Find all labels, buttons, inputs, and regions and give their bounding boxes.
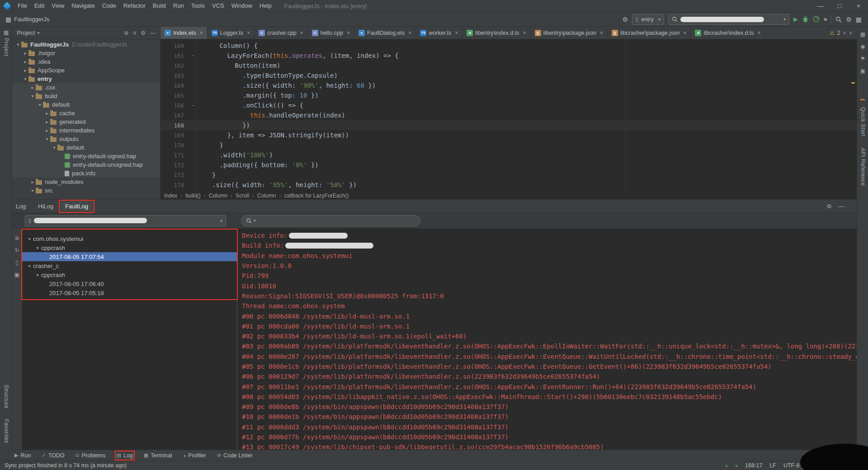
tree-item-faultloggerjs[interactable]: ▾FaultloggerJsD:\code\FaultloggerJs <box>12 40 160 49</box>
code-line[interactable]: 168 }) <box>160 120 857 130</box>
close-icon[interactable]: × <box>455 30 458 36</box>
fault-tree-item-crasher-c[interactable]: ▾crasher_c <box>22 261 237 270</box>
fault-tree-item-cppcrash[interactable]: ▾cppcrash <box>22 270 237 279</box>
editor-tab-libentry-package-json[interactable]: {}libentry\package.json× <box>531 27 608 39</box>
layout-icon[interactable]: ▦ <box>856 16 862 23</box>
device-manager-icon[interactable]: ▦ <box>860 31 865 38</box>
tree-item-outputs[interactable]: ▾outputs <box>12 135 160 143</box>
code-line[interactable]: 173 } <box>160 170 857 180</box>
tree-expand-icon[interactable]: ▸ <box>22 68 28 73</box>
menu-window[interactable]: Window <box>228 0 256 12</box>
tool-button-profiler[interactable]: ◑Profiler <box>183 452 206 459</box>
fault-tree-item-2017-08-05-17-05-18[interactable]: 2017-08-05 17:05:18 <box>22 288 237 297</box>
tree-item-appscope[interactable]: ▸AppScope <box>12 66 160 75</box>
search-everywhere-icon[interactable] <box>835 16 842 23</box>
tree-collapse-icon[interactable]: ▾ <box>34 245 41 250</box>
editor-tab-libentry-index-d-ts[interactable]: dlibentry\index.d.ts× <box>462 27 530 39</box>
prev-warning-icon[interactable]: ∧ <box>843 30 846 35</box>
tree-item-cxx[interactable]: ▸.cxx <box>12 83 160 92</box>
collapse-all-icon[interactable]: ≡ <box>133 30 136 36</box>
editor-tab-crasher-cpp[interactable]: Ccrasher.cpp× <box>255 27 308 39</box>
tree-item-entry[interactable]: ▾entry <box>12 75 160 83</box>
menu-file[interactable]: File <box>14 0 31 12</box>
code-line[interactable]: 164 .size({ width: '90%', height: 60 }) <box>160 80 857 90</box>
code-line[interactable]: 166− .onClick(() => { <box>160 100 857 110</box>
code-line[interactable]: 165 .margin({ top: 10 }) <box>160 90 857 100</box>
warning-stripe-mark[interactable] <box>851 82 855 84</box>
saved-state-icon[interactable]: ▣ <box>860 68 865 74</box>
close-icon[interactable]: × <box>600 30 603 36</box>
code-line[interactable]: 171 .width('100%') <box>160 150 857 160</box>
bookmark-icon[interactable]: ⚑ <box>860 56 865 62</box>
tree-item-default[interactable]: ▾default <box>12 100 160 109</box>
menu-code[interactable]: Code <box>99 0 120 12</box>
locate-file-icon[interactable]: ⊕ <box>124 30 128 36</box>
tree-collapse-icon[interactable]: ▾ <box>34 273 41 277</box>
editor-tab-worker-ts[interactable]: TSworker.ts× <box>416 27 462 39</box>
menu-view[interactable]: View <box>48 0 68 12</box>
log-tab-hilog[interactable]: HiLog <box>33 202 58 211</box>
fault-tree-item-cppcrash[interactable]: ▾cppcrash <box>22 243 237 252</box>
gradle-icon[interactable]: ◉ <box>860 43 865 50</box>
stop-button[interactable]: ■ <box>824 17 827 22</box>
tree-expand-icon[interactable]: ▸ <box>29 85 36 90</box>
code-line[interactable]: 169 }, item => JSON.stringify(item)) <box>160 130 857 140</box>
tree-item-node-modules[interactable]: ▸node_modules <box>12 178 160 186</box>
breadcrumb-item[interactable]: callback for LazyForEach() <box>284 193 349 199</box>
tree-collapse-icon[interactable]: ▾ <box>26 236 33 241</box>
tree-collapse-icon[interactable]: ▾ <box>44 136 50 141</box>
close-icon[interactable]: × <box>300 30 303 36</box>
stripe-project-button[interactable]: ▦ Project <box>0 29 12 56</box>
sync-settings-icon[interactable]: ⚙ <box>623 16 628 23</box>
tree-item-idea[interactable]: ▸.idea <box>12 57 160 66</box>
tree-item-cache[interactable]: ▸cache <box>12 109 160 118</box>
tree-expand-icon[interactable]: ▸ <box>44 128 50 133</box>
log-settings-icon[interactable]: ⚙ <box>826 203 832 210</box>
code-line[interactable]: 170 } <box>160 140 857 150</box>
toolbar-project-name[interactable]: FaultloggerJs <box>14 16 49 23</box>
close-icon[interactable]: × <box>408 30 411 36</box>
tool-button-terminal[interactable]: ▦Terminal <box>144 452 172 459</box>
caret-position[interactable]: 168:17 <box>745 462 762 469</box>
panel-settings-icon[interactable]: ⚙ <box>141 30 146 36</box>
tree-item-intermediates[interactable]: ▸intermediates <box>12 126 160 135</box>
editor-tab-hello-cpp[interactable]: Chello.cpp× <box>308 27 354 39</box>
profiler-button[interactable] <box>813 16 820 23</box>
tree-expand-icon[interactable]: ▸ <box>22 59 28 64</box>
breadcrumb-item[interactable]: Scroll <box>236 193 249 199</box>
log-device-selector[interactable]: ▯ ▾ <box>25 215 226 226</box>
breadcrumb-item[interactable]: build() <box>185 193 200 199</box>
fault-detail[interactable]: Device info:Build info:Module name:com.o… <box>237 229 857 450</box>
project-panel-title[interactable]: Project <box>17 29 35 36</box>
tree-collapse-icon[interactable]: ▾ <box>22 76 28 81</box>
refresh-icon[interactable]: ↻ <box>14 247 19 254</box>
tool-button-run[interactable]: ▶Run <box>14 452 31 459</box>
tree-expand-icon[interactable]: ▸ <box>44 111 50 116</box>
log-tab-faultlog[interactable]: FaultLog <box>61 202 93 211</box>
tree-item-entry-default-unsigned-hap[interactable]: entry-default-unsigned.hap <box>12 160 160 169</box>
close-icon[interactable]: × <box>523 30 526 36</box>
editor-tab-index-ets[interactable]: eIndex.ets× <box>160 27 208 39</box>
tree-item-src[interactable]: ▾src <box>12 186 160 195</box>
editor-tab-libcrasher-index-d-ts[interactable]: dlibcrasher\index.d.ts× <box>691 27 765 39</box>
tree-collapse-icon[interactable]: ▾ <box>29 188 36 193</box>
tool-button-todo[interactable]: ✓TODO <box>42 452 64 459</box>
settings-gear-icon[interactable]: ⚙ <box>846 16 852 23</box>
breadcrumb-item[interactable]: Column <box>257 193 276 199</box>
tree-item-default[interactable]: ▾default <box>12 143 160 152</box>
tree-expand-icon[interactable]: ▸ <box>44 119 50 124</box>
code-line[interactable]: 161− LazyForEach(this.operates, (item, i… <box>160 51 857 61</box>
code-line[interactable]: 172 .padding({ bottom: '8%' }) <box>160 160 857 170</box>
hide-log-panel-icon[interactable]: — <box>838 203 844 210</box>
breadcrumb-item[interactable]: Index <box>164 193 177 199</box>
close-icon[interactable]: × <box>247 30 250 36</box>
code-line[interactable]: 174 .size({ width: '95%', height: '50%' … <box>160 180 857 190</box>
chevron-down-icon[interactable]: ▾ <box>37 30 39 35</box>
tool-button-log[interactable]: ▤Log <box>117 452 133 459</box>
code-line[interactable]: 160 Column() { <box>160 41 857 51</box>
tree-collapse-icon[interactable]: ▾ <box>15 42 21 47</box>
breadcrumb-item[interactable]: Column <box>209 193 227 199</box>
editor-tab-logger-ts[interactable]: TSLogger.ts× <box>208 27 255 39</box>
fault-tree-item-com-ohos-systemui[interactable]: ▾com.ohos.systemui <box>22 234 237 243</box>
menu-edit[interactable]: Edit <box>31 0 48 12</box>
